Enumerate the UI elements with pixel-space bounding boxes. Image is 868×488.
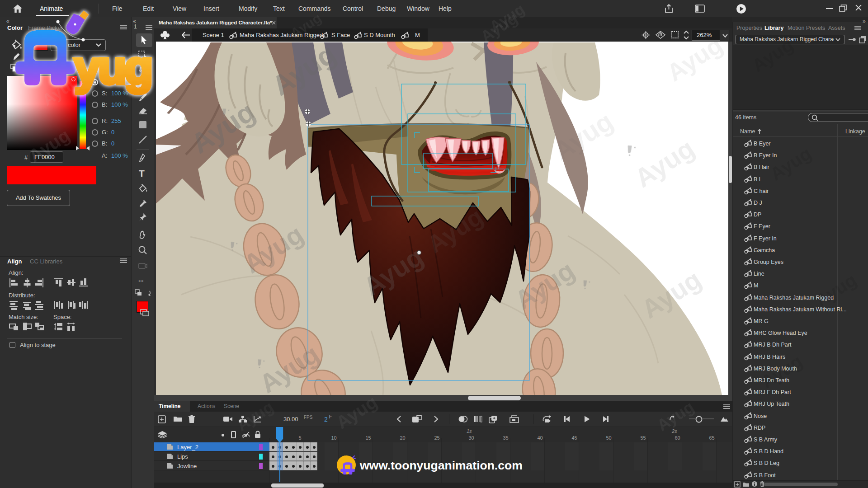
svg-text:www.toonyuganimation.com: www.toonyuganimation.com	[359, 459, 523, 472]
